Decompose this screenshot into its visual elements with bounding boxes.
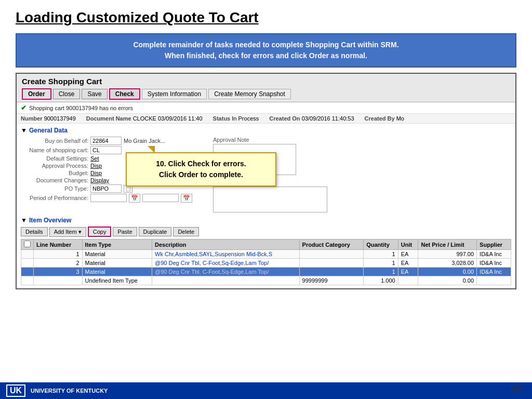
item-toolbar: Details Add Item ▾ Copy Paste Duplicate … — [21, 227, 511, 237]
item-collapse-icon[interactable]: ▼ — [21, 217, 27, 224]
check-button[interactable]: Check — [109, 88, 140, 100]
default-settings-link[interactable]: Set — [90, 155, 99, 162]
cell-price: 997.00 — [418, 250, 477, 259]
cell-line: 2 — [34, 259, 83, 268]
save-button[interactable]: Save — [82, 89, 107, 99]
note-to-supplier-textarea[interactable] — [213, 187, 327, 212]
calendar-icon-1[interactable]: 📅 — [129, 194, 140, 203]
number-value: 9000137949 — [44, 115, 76, 122]
page-number: 40 — [511, 384, 522, 395]
page-container: Loading Customized Quote To Cart Complet… — [0, 0, 532, 399]
budget-link[interactable]: Disp — [90, 170, 102, 176]
cell-cat: 99999999 — [299, 276, 364, 285]
period-end-input[interactable] — [142, 194, 179, 202]
order-button[interactable]: Order — [22, 88, 51, 100]
docname-value: CLOCKE 03/09/2016 11:40 — [133, 115, 203, 122]
table-row: Undefined Item Type 99999999 1.000 0.00 — [21, 276, 511, 285]
col-price: Net Price / Limit — [418, 240, 477, 250]
cell-qty: 1.000 — [364, 276, 398, 285]
cell-type: Material — [82, 250, 152, 259]
item-overview-link[interactable]: Item Overview — [29, 217, 71, 224]
table-row-selected: 3 Material @90 Deg Cnr Tbl, C-Foot,Sq-Ed… — [21, 268, 511, 276]
period-start-input[interactable] — [90, 194, 127, 202]
cell-unit — [398, 276, 418, 285]
info-row: Number 9000137949 Document Name CLOCKE 0… — [17, 114, 515, 124]
delete-button[interactable]: Delete — [173, 227, 199, 236]
po-type-input[interactable] — [90, 184, 122, 193]
calendar-icon-2[interactable]: 📅 — [181, 194, 192, 203]
createdon-label: Created On — [269, 115, 300, 122]
cell-cat — [299, 268, 364, 276]
page-title: Loading Customized Quote To Cart — [16, 9, 516, 26]
cell-check — [21, 268, 34, 276]
uk-name: UNIVERSITY OF KENTUCKY — [31, 388, 108, 394]
cell-desc: @90 Deg Cnr Tbl, C-Foot,Sq-Edge,Lam Top/ — [152, 259, 300, 268]
period-perf-label: Period of Performance: — [21, 195, 88, 201]
banner-line1: Complete remainder of tasks needed to co… — [25, 39, 507, 50]
doc-changes-label: Document Changes: — [21, 177, 88, 183]
col-qty: Quantity — [364, 240, 398, 250]
number-label: Number — [21, 115, 43, 122]
col-checkbox — [21, 240, 34, 250]
duplicate-button[interactable]: Duplicate — [139, 227, 172, 236]
cell-price: 3,028.00 — [418, 259, 477, 268]
srm-body: ▼ General Data Buy on Behalf of: Mo Grai… — [17, 124, 515, 288]
po-type-label: PO Type: — [21, 185, 88, 192]
srm-frame: Create Shopping Cart Order Close Save Ch… — [16, 73, 516, 289]
period-perf-row: Period of Performance: 📅 📅 — [21, 194, 192, 203]
srm-title: Create Shopping Cart — [22, 77, 510, 86]
cell-line: 3 — [34, 268, 83, 276]
approval-note-label: Approval Note — [213, 137, 327, 143]
item-overview-section: ▼ Item Overview Details Add Item ▾ Copy … — [21, 217, 511, 285]
items-table: Line Number Item Type Description Produc… — [21, 239, 511, 285]
uk-logo: UK — [6, 384, 25, 397]
approval-process-label: Approval Process: — [21, 163, 88, 169]
cell-price: 0.00 — [418, 276, 477, 285]
status-info: Status In Process — [213, 115, 259, 122]
general-data-link[interactable]: General Data — [29, 127, 68, 134]
close-button[interactable]: Close — [53, 89, 81, 99]
create-memory-button[interactable]: Create Memory Snapshot — [208, 89, 291, 99]
cell-check — [21, 276, 34, 285]
select-all-checkbox[interactable] — [24, 241, 31, 247]
callout-line2: Click Order to complete. — [135, 169, 267, 180]
paste-button[interactable]: Paste — [113, 227, 137, 236]
cell-supplier: ID&A Inc — [477, 259, 511, 268]
cell-supplier: ID&A Inc — [477, 268, 511, 276]
cell-qty: 1 — [364, 259, 398, 268]
cart-name-input[interactable] — [90, 146, 122, 154]
banner-line2: When finished, check for errors and clic… — [25, 50, 507, 61]
copy-button[interactable]: Copy — [88, 227, 112, 237]
createdby-value: Mo — [396, 115, 404, 122]
banner: Complete remainder of tasks needed to co… — [16, 33, 516, 68]
cell-qty: 1 — [364, 268, 398, 276]
doc-changes-link[interactable]: Display — [90, 177, 109, 183]
col-cat: Product Category — [299, 240, 364, 250]
number-info: Number 9000137949 — [21, 115, 76, 122]
cell-line: 1 — [34, 250, 83, 259]
add-item-button[interactable]: Add Item ▾ — [49, 227, 86, 237]
cell-unit: EA — [398, 268, 418, 276]
details-button[interactable]: Details — [21, 227, 48, 236]
approval-process-link[interactable]: Disp — [90, 163, 102, 169]
createdon-info: Created On 03/09/2016 11:40:53 — [269, 115, 354, 122]
status-message: Shopping cart 9000137949 has no errors — [29, 105, 133, 111]
cell-line — [34, 276, 83, 285]
buy-behalf-input[interactable] — [90, 137, 122, 145]
docname-info: Document Name CLOCKE 03/09/2016 11:40 — [86, 115, 203, 122]
srm-header: Create Shopping Cart Order Close Save Ch… — [17, 74, 515, 102]
cell-qty: 1 — [364, 250, 398, 259]
system-info-button[interactable]: System Information — [142, 89, 207, 99]
cell-desc — [152, 276, 300, 285]
table-row: 1 Material Wk Chr,Asmbled,SAYL,Suspensio… — [21, 250, 511, 259]
general-data-section-header: ▼ General Data — [21, 127, 511, 134]
cell-type: Undefined Item Type — [82, 276, 152, 285]
cell-cat — [299, 250, 364, 259]
cell-check — [21, 259, 34, 268]
srm-toolbar: Order Close Save Check System Informatio… — [22, 88, 510, 100]
cart-name-label: Name of shopping cart: — [21, 147, 88, 153]
table-row: 2 Material @90 Deg Cnr Tbl, C-Foot,Sq-Ed… — [21, 259, 511, 268]
cell-unit: EA — [398, 250, 418, 259]
collapse-icon[interactable]: ▼ — [21, 127, 27, 134]
cell-cat — [299, 259, 364, 268]
